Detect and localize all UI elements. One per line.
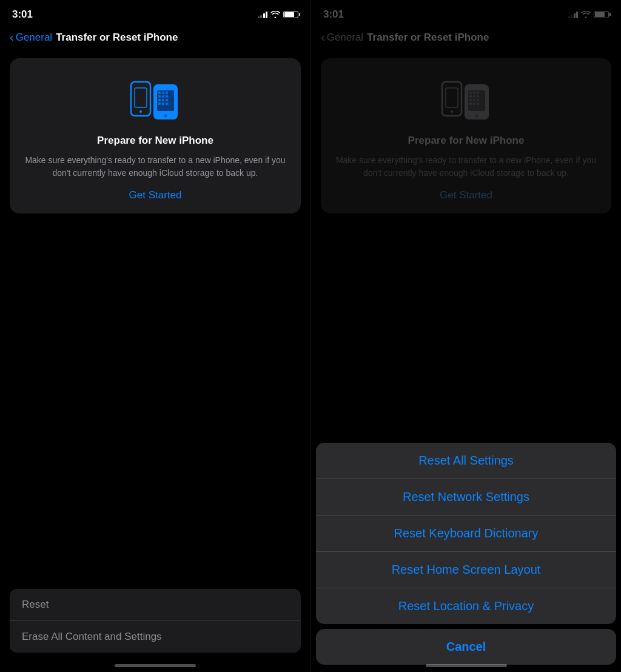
svg-rect-31 bbox=[477, 99, 479, 101]
svg-rect-24 bbox=[473, 92, 475, 94]
left-reset-item-reset[interactable]: Reset bbox=[10, 589, 301, 621]
svg-rect-25 bbox=[477, 92, 479, 94]
right-nav-bar: ‹ General Transfer or Reset iPhone bbox=[311, 27, 621, 53]
right-chevron-icon: ‹ bbox=[321, 30, 325, 44]
svg-rect-8 bbox=[158, 95, 161, 98]
svg-point-17 bbox=[164, 115, 167, 118]
svg-rect-33 bbox=[473, 102, 475, 105]
svg-rect-32 bbox=[469, 102, 472, 105]
right-prepare-title: Prepare for New iPhone bbox=[408, 135, 525, 147]
left-erase-item[interactable]: Erase All Content and Settings bbox=[10, 621, 301, 653]
battery-icon bbox=[283, 11, 298, 18]
action-reset-network[interactable]: Reset Network Settings bbox=[316, 479, 616, 516]
right-back-label[interactable]: General bbox=[327, 32, 363, 44]
right-action-sheet: Reset All Settings Reset Network Setting… bbox=[311, 443, 621, 672]
action-reset-home-screen-label: Reset Home Screen Layout bbox=[392, 563, 541, 576]
left-nav-bar: ‹ General Transfer or Reset iPhone bbox=[0, 27, 310, 53]
action-reset-all-settings[interactable]: Reset All Settings bbox=[316, 443, 616, 479]
svg-rect-19 bbox=[446, 88, 458, 107]
svg-rect-5 bbox=[158, 92, 161, 94]
right-wifi-icon bbox=[581, 11, 591, 18]
svg-rect-6 bbox=[162, 92, 164, 94]
right-status-icons bbox=[568, 11, 609, 18]
left-back-button[interactable]: ‹ General bbox=[10, 31, 52, 44]
svg-rect-26 bbox=[469, 95, 472, 98]
action-sheet-options: Reset All Settings Reset Network Setting… bbox=[316, 443, 616, 624]
svg-rect-23 bbox=[469, 92, 472, 94]
right-status-time: 3:01 bbox=[323, 8, 344, 21]
left-erase-label: Erase All Content and Settings bbox=[22, 631, 162, 642]
left-status-time: 3:01 bbox=[12, 8, 33, 21]
right-signal-icon bbox=[568, 11, 579, 18]
right-phone-panel: 3:01 ‹ General Transfer or Reset iPhone bbox=[310, 0, 621, 672]
action-cancel-button[interactable]: Cancel bbox=[316, 629, 616, 665]
left-status-icons bbox=[258, 11, 299, 18]
svg-rect-27 bbox=[473, 95, 475, 98]
svg-rect-30 bbox=[473, 99, 475, 101]
action-cancel-label: Cancel bbox=[446, 640, 486, 653]
right-status-bar: 3:01 bbox=[311, 0, 621, 27]
right-home-indicator bbox=[426, 664, 507, 667]
action-reset-location-label: Reset Location & Privacy bbox=[398, 599, 534, 613]
left-prepare-desc: Make sure everything's ready to transfer… bbox=[22, 154, 289, 180]
left-reset-label: Reset bbox=[22, 599, 49, 610]
left-prepare-card: Prepare for New iPhone Make sure everyth… bbox=[10, 58, 301, 213]
svg-rect-16 bbox=[166, 102, 168, 105]
left-bottom-space bbox=[0, 653, 310, 672]
action-reset-all-settings-label: Reset All Settings bbox=[418, 454, 514, 467]
right-battery-icon bbox=[594, 11, 609, 18]
action-reset-keyboard[interactable]: Reset Keyboard Dictionary bbox=[316, 516, 616, 552]
svg-rect-14 bbox=[158, 102, 161, 105]
svg-rect-11 bbox=[158, 99, 161, 101]
left-chevron-icon: ‹ bbox=[10, 30, 14, 44]
left-spacer bbox=[0, 218, 310, 579]
svg-rect-12 bbox=[162, 99, 164, 101]
svg-rect-29 bbox=[469, 99, 472, 101]
signal-icon bbox=[258, 11, 268, 18]
right-prepare-desc: Make sure everything's ready to transfer… bbox=[333, 154, 599, 180]
left-get-started-button[interactable]: Get Started bbox=[129, 189, 182, 201]
action-reset-location[interactable]: Reset Location & Privacy bbox=[316, 588, 616, 624]
action-reset-home-screen[interactable]: Reset Home Screen Layout bbox=[316, 552, 616, 588]
svg-rect-1 bbox=[135, 88, 147, 107]
right-nav-title: Transfer or Reset iPhone bbox=[367, 32, 489, 44]
svg-rect-13 bbox=[166, 99, 168, 101]
action-reset-keyboard-label: Reset Keyboard Dictionary bbox=[394, 526, 539, 540]
left-back-label[interactable]: General bbox=[16, 32, 52, 44]
svg-rect-9 bbox=[162, 95, 164, 98]
svg-rect-34 bbox=[477, 102, 479, 105]
svg-rect-7 bbox=[166, 92, 168, 94]
action-reset-network-label: Reset Network Settings bbox=[403, 490, 529, 503]
left-nav-title: Transfer or Reset iPhone bbox=[56, 32, 178, 44]
left-reset-section: Reset Erase All Content and Settings bbox=[10, 589, 301, 653]
right-prepare-card: Prepare for New iPhone Make sure everyth… bbox=[321, 58, 611, 213]
left-phone-panel: 3:01 ‹ General Transfer or Reset iPhone bbox=[0, 0, 310, 672]
left-status-bar: 3:01 bbox=[0, 0, 310, 27]
svg-rect-28 bbox=[477, 95, 479, 98]
right-back-button[interactable]: ‹ General bbox=[321, 31, 363, 44]
svg-rect-15 bbox=[162, 102, 164, 105]
right-get-started-button[interactable]: Get Started bbox=[440, 189, 492, 201]
svg-rect-10 bbox=[166, 95, 168, 98]
right-transfer-icon bbox=[439, 73, 494, 127]
left-transfer-icon bbox=[128, 73, 183, 127]
wifi-icon bbox=[270, 11, 280, 18]
svg-point-2 bbox=[139, 110, 142, 113]
left-home-indicator bbox=[115, 664, 196, 667]
left-prepare-title: Prepare for New iPhone bbox=[97, 135, 213, 147]
svg-point-35 bbox=[475, 115, 478, 118]
svg-point-20 bbox=[451, 110, 453, 113]
